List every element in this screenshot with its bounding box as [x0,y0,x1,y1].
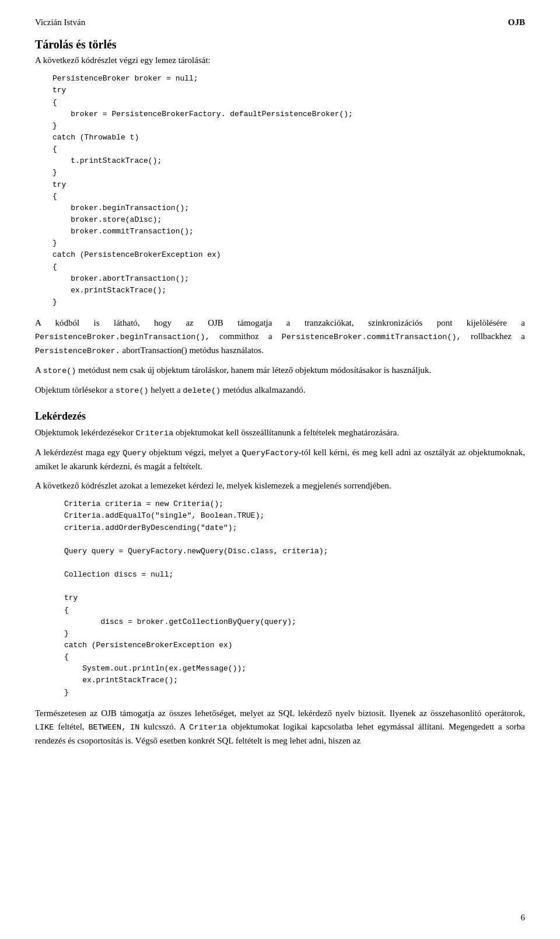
inline-code-like: LIKE [35,723,54,732]
section2-para1: Objektumok lekérdezésekor Criteria objek… [35,426,525,440]
section1-para1: A kódból is látható, hogy az OJB támogat… [35,316,525,358]
document-title: OJB [508,18,525,27]
section1-para2: A store() metódust nem csak új objektum … [35,364,525,378]
inline-code-in: IN [130,723,139,732]
section1-subtitle: A következő kódrészlet végzi egy lemez t… [35,54,525,67]
section2-para4: Természetesen az OJB támogatja az összes… [35,707,525,748]
inline-code-delete: delete() [183,386,220,395]
inline-code-store: store() [43,366,76,375]
inline-code-2: PersistenceBroker.commitTransaction(), [282,333,461,341]
inline-code-criteria2: Criteria [189,723,227,732]
section1-title: Tárolás és törlés [35,38,525,51]
inline-code-1: PersistenceBroker.beginTransaction(), [35,333,210,341]
inline-code-between: BETWEEN, [88,723,126,732]
author-name: Viczián István [35,18,85,27]
inline-code-3: PersistenceBroker. [35,347,120,355]
inline-code-queryfactory: QueryFactory [242,449,299,458]
inline-text-1: abortTransaction() metódus használatos. [123,345,264,355]
page-header: Viczián István OJB [35,18,525,27]
section2-title: Lekérdezés [35,410,525,423]
code-block-1: PersistenceBroker broker = null; try { b… [35,73,525,308]
section2-para3: A következő kódrészlet azokat a lemezeke… [35,479,525,493]
code-block-2: Criteria criteria = new Criteria(); Crit… [35,498,525,698]
inline-code-store2: store() [116,386,149,395]
inline-code-query: Query [123,449,146,458]
section1-para3: Objektum törlésekor a store() helyett a … [35,383,525,397]
page-number: 6 [521,913,526,923]
inline-code-criteria: Criteria [135,429,173,438]
page: Viczián István OJB Tárolás és törlés A k… [0,0,560,939]
section2-para2: A lekérdezést maga egy Query objektum vé… [35,446,525,473]
